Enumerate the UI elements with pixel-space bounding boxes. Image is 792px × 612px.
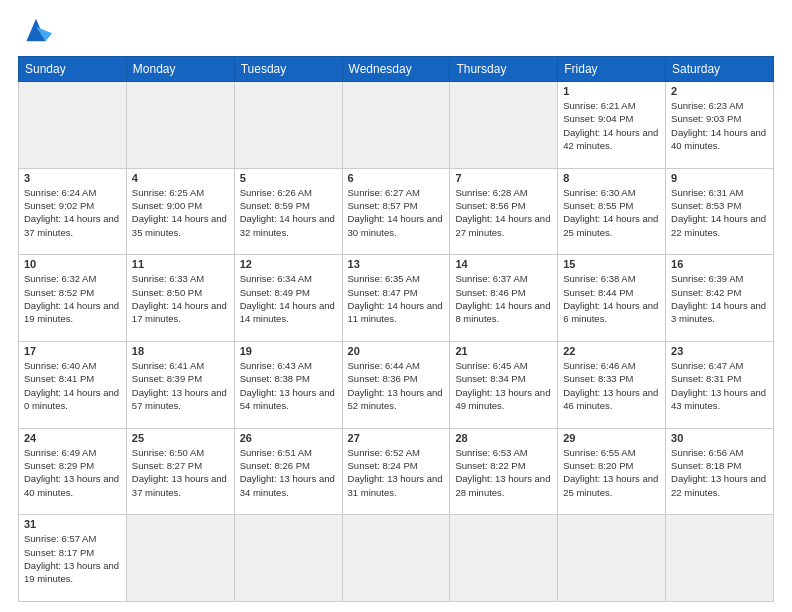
weekday-header-friday: Friday: [558, 57, 666, 82]
day-number: 22: [563, 345, 660, 357]
calendar-cell: 7 Sunrise: 6:28 AM Sunset: 8:56 PM Dayli…: [450, 168, 558, 255]
logo-icon: [20, 16, 52, 44]
day-info: Sunrise: 6:35 AM Sunset: 8:47 PM Dayligh…: [348, 272, 445, 325]
calendar-cell: 29 Sunrise: 6:55 AM Sunset: 8:20 PM Dayl…: [558, 428, 666, 515]
day-number: 30: [671, 432, 768, 444]
day-info: Sunrise: 6:46 AM Sunset: 8:33 PM Dayligh…: [563, 359, 660, 412]
day-info: Sunrise: 6:31 AM Sunset: 8:53 PM Dayligh…: [671, 186, 768, 239]
week-row-0: 1 Sunrise: 6:21 AM Sunset: 9:04 PM Dayli…: [19, 82, 774, 169]
day-info: Sunrise: 6:49 AM Sunset: 8:29 PM Dayligh…: [24, 446, 121, 499]
day-number: 21: [455, 345, 552, 357]
day-info: Sunrise: 6:32 AM Sunset: 8:52 PM Dayligh…: [24, 272, 121, 325]
day-info: Sunrise: 6:40 AM Sunset: 8:41 PM Dayligh…: [24, 359, 121, 412]
header: [18, 16, 774, 48]
day-number: 15: [563, 258, 660, 270]
calendar-cell: [126, 515, 234, 602]
calendar-cell: 11 Sunrise: 6:33 AM Sunset: 8:50 PM Dayl…: [126, 255, 234, 342]
calendar-cell: 3 Sunrise: 6:24 AM Sunset: 9:02 PM Dayli…: [19, 168, 127, 255]
day-info: Sunrise: 6:52 AM Sunset: 8:24 PM Dayligh…: [348, 446, 445, 499]
calendar-cell: 6 Sunrise: 6:27 AM Sunset: 8:57 PM Dayli…: [342, 168, 450, 255]
day-info: Sunrise: 6:43 AM Sunset: 8:38 PM Dayligh…: [240, 359, 337, 412]
calendar-cell: [450, 82, 558, 169]
day-number: 31: [24, 518, 121, 530]
day-info: Sunrise: 6:47 AM Sunset: 8:31 PM Dayligh…: [671, 359, 768, 412]
day-number: 23: [671, 345, 768, 357]
day-number: 3: [24, 172, 121, 184]
weekday-header-monday: Monday: [126, 57, 234, 82]
day-info: Sunrise: 6:41 AM Sunset: 8:39 PM Dayligh…: [132, 359, 229, 412]
calendar-cell: 4 Sunrise: 6:25 AM Sunset: 9:00 PM Dayli…: [126, 168, 234, 255]
day-info: Sunrise: 6:45 AM Sunset: 8:34 PM Dayligh…: [455, 359, 552, 412]
day-number: 7: [455, 172, 552, 184]
calendar-cell: 18 Sunrise: 6:41 AM Sunset: 8:39 PM Dayl…: [126, 341, 234, 428]
day-number: 29: [563, 432, 660, 444]
calendar-cell: [126, 82, 234, 169]
day-info: Sunrise: 6:56 AM Sunset: 8:18 PM Dayligh…: [671, 446, 768, 499]
calendar-cell: 14 Sunrise: 6:37 AM Sunset: 8:46 PM Dayl…: [450, 255, 558, 342]
day-number: 1: [563, 85, 660, 97]
day-number: 17: [24, 345, 121, 357]
calendar-cell: 24 Sunrise: 6:49 AM Sunset: 8:29 PM Dayl…: [19, 428, 127, 515]
calendar-cell: [234, 515, 342, 602]
day-info: Sunrise: 6:23 AM Sunset: 9:03 PM Dayligh…: [671, 99, 768, 152]
week-row-2: 10 Sunrise: 6:32 AM Sunset: 8:52 PM Dayl…: [19, 255, 774, 342]
day-info: Sunrise: 6:53 AM Sunset: 8:22 PM Dayligh…: [455, 446, 552, 499]
calendar-cell: 21 Sunrise: 6:45 AM Sunset: 8:34 PM Dayl…: [450, 341, 558, 428]
calendar-cell: 30 Sunrise: 6:56 AM Sunset: 8:18 PM Dayl…: [666, 428, 774, 515]
calendar-cell: 12 Sunrise: 6:34 AM Sunset: 8:49 PM Dayl…: [234, 255, 342, 342]
calendar: SundayMondayTuesdayWednesdayThursdayFrid…: [18, 56, 774, 602]
day-info: Sunrise: 6:57 AM Sunset: 8:17 PM Dayligh…: [24, 532, 121, 585]
logo: [18, 16, 52, 48]
day-info: Sunrise: 6:26 AM Sunset: 8:59 PM Dayligh…: [240, 186, 337, 239]
weekday-header-row: SundayMondayTuesdayWednesdayThursdayFrid…: [19, 57, 774, 82]
day-info: Sunrise: 6:30 AM Sunset: 8:55 PM Dayligh…: [563, 186, 660, 239]
calendar-cell: [19, 82, 127, 169]
day-number: 27: [348, 432, 445, 444]
calendar-cell: 23 Sunrise: 6:47 AM Sunset: 8:31 PM Dayl…: [666, 341, 774, 428]
day-number: 6: [348, 172, 445, 184]
weekday-header-tuesday: Tuesday: [234, 57, 342, 82]
calendar-cell: 28 Sunrise: 6:53 AM Sunset: 8:22 PM Dayl…: [450, 428, 558, 515]
calendar-cell: [342, 82, 450, 169]
calendar-cell: [666, 515, 774, 602]
calendar-cell: 8 Sunrise: 6:30 AM Sunset: 8:55 PM Dayli…: [558, 168, 666, 255]
day-number: 14: [455, 258, 552, 270]
calendar-cell: [342, 515, 450, 602]
day-number: 20: [348, 345, 445, 357]
day-info: Sunrise: 6:51 AM Sunset: 8:26 PM Dayligh…: [240, 446, 337, 499]
day-info: Sunrise: 6:44 AM Sunset: 8:36 PM Dayligh…: [348, 359, 445, 412]
day-number: 8: [563, 172, 660, 184]
day-info: Sunrise: 6:25 AM Sunset: 9:00 PM Dayligh…: [132, 186, 229, 239]
day-info: Sunrise: 6:37 AM Sunset: 8:46 PM Dayligh…: [455, 272, 552, 325]
week-row-3: 17 Sunrise: 6:40 AM Sunset: 8:41 PM Dayl…: [19, 341, 774, 428]
weekday-header-saturday: Saturday: [666, 57, 774, 82]
calendar-cell: 25 Sunrise: 6:50 AM Sunset: 8:27 PM Dayl…: [126, 428, 234, 515]
calendar-cell: [558, 515, 666, 602]
day-number: 4: [132, 172, 229, 184]
day-number: 16: [671, 258, 768, 270]
day-info: Sunrise: 6:28 AM Sunset: 8:56 PM Dayligh…: [455, 186, 552, 239]
day-number: 12: [240, 258, 337, 270]
day-info: Sunrise: 6:50 AM Sunset: 8:27 PM Dayligh…: [132, 446, 229, 499]
day-number: 13: [348, 258, 445, 270]
day-number: 24: [24, 432, 121, 444]
weekday-header-sunday: Sunday: [19, 57, 127, 82]
day-number: 10: [24, 258, 121, 270]
calendar-cell: 20 Sunrise: 6:44 AM Sunset: 8:36 PM Dayl…: [342, 341, 450, 428]
day-number: 9: [671, 172, 768, 184]
day-info: Sunrise: 6:39 AM Sunset: 8:42 PM Dayligh…: [671, 272, 768, 325]
day-number: 26: [240, 432, 337, 444]
calendar-cell: 22 Sunrise: 6:46 AM Sunset: 8:33 PM Dayl…: [558, 341, 666, 428]
calendar-cell: 31 Sunrise: 6:57 AM Sunset: 8:17 PM Dayl…: [19, 515, 127, 602]
day-number: 25: [132, 432, 229, 444]
calendar-cell: 26 Sunrise: 6:51 AM Sunset: 8:26 PM Dayl…: [234, 428, 342, 515]
day-info: Sunrise: 6:55 AM Sunset: 8:20 PM Dayligh…: [563, 446, 660, 499]
calendar-cell: 17 Sunrise: 6:40 AM Sunset: 8:41 PM Dayl…: [19, 341, 127, 428]
calendar-cell: 5 Sunrise: 6:26 AM Sunset: 8:59 PM Dayli…: [234, 168, 342, 255]
week-row-1: 3 Sunrise: 6:24 AM Sunset: 9:02 PM Dayli…: [19, 168, 774, 255]
day-number: 2: [671, 85, 768, 97]
day-info: Sunrise: 6:24 AM Sunset: 9:02 PM Dayligh…: [24, 186, 121, 239]
calendar-cell: 16 Sunrise: 6:39 AM Sunset: 8:42 PM Dayl…: [666, 255, 774, 342]
calendar-cell: [234, 82, 342, 169]
day-number: 5: [240, 172, 337, 184]
